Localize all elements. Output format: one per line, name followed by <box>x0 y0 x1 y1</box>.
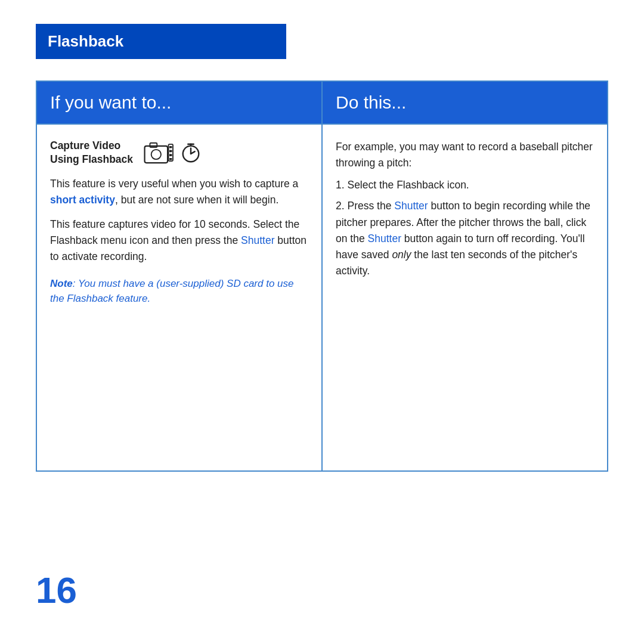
header-title: Flashback <box>48 32 123 50</box>
shutter-link-2: Shutter <box>394 200 428 212</box>
list-item-1: 1. Select the Flashback icon. <box>336 177 594 193</box>
shutter-link-3: Shutter <box>368 233 401 244</box>
right-column-header: Do this... <box>323 82 607 123</box>
right-column-content: For example, you may want to record a ba… <box>323 125 607 470</box>
svg-rect-0 <box>145 146 168 163</box>
shutter-link-1: Shutter <box>241 234 274 246</box>
right-column-content-cell: For example, you may want to record a ba… <box>322 124 608 471</box>
note-label: Note <box>50 278 73 289</box>
left-column-content-cell: Capture Video Using Flashback <box>36 124 322 471</box>
note-block: Note: You must have a (user-supplied) SD… <box>50 277 308 306</box>
icons-area <box>144 141 202 165</box>
svg-point-1 <box>151 150 161 159</box>
left-column-header: If you want to... <box>37 82 321 123</box>
left-para1: This feature is very useful when you wis… <box>50 176 308 208</box>
list-item-2: 2. Press the Shutter button to begin rec… <box>336 198 594 279</box>
left-para2: This feature captures video for 10 secon… <box>50 216 308 265</box>
header-bar: Flashback <box>36 24 286 59</box>
left-column-content: Capture Video Using Flashback <box>37 125 321 470</box>
note-text: : You must have a (user-supplied) SD car… <box>50 278 294 304</box>
capture-row: Capture Video Using Flashback <box>50 139 308 166</box>
only-text: only <box>392 249 411 261</box>
capture-label: Capture Video Using Flashback <box>50 139 133 166</box>
short-activity-text: short activity <box>50 194 115 206</box>
shutter-icon <box>179 141 202 164</box>
svg-rect-6 <box>169 154 172 156</box>
camera-icon <box>144 141 175 165</box>
left-column-header-cell: If you want to... <box>36 81 322 124</box>
capture-label-line1: Capture Video <box>50 140 120 151</box>
capture-label-line2: Using Flashback <box>50 153 133 165</box>
numbered-list: 1. Select the Flashback icon. 2. Press t… <box>336 177 594 279</box>
main-table: If you want to... Do this... Capture Vid… <box>36 80 608 472</box>
svg-rect-5 <box>169 150 172 152</box>
right-column-header-cell: Do this... <box>322 81 608 124</box>
right-intro: For example, you may want to record a ba… <box>336 139 594 171</box>
page-wrapper: Flashback If you want to... Do this... <box>0 0 644 644</box>
page-number: 16 <box>36 569 77 611</box>
svg-rect-4 <box>169 146 172 148</box>
svg-rect-7 <box>169 158 172 160</box>
